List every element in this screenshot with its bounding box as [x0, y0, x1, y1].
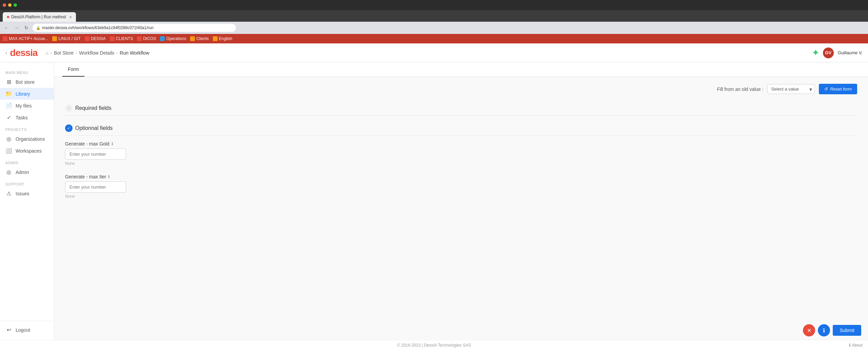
bookmark-label: Operations: [166, 36, 186, 41]
bookmark-linux[interactable]: LINUX / GIT: [52, 36, 80, 41]
bookmark-label: CLIENTS: [116, 36, 133, 41]
bookmark-maxactif[interactable]: MAX ACTIF+ Accue...: [3, 36, 48, 41]
admin-icon: ◎: [5, 169, 12, 175]
about-label: About: [852, 343, 863, 348]
bottom-actions: ✕ ℹ Submit: [803, 324, 861, 336]
bookmark-clients[interactable]: CLIENTS: [110, 36, 133, 41]
library-icon: 📁: [5, 91, 12, 97]
footer-about[interactable]: ℹ About: [849, 343, 863, 348]
main-menu-label: Main menu: [0, 66, 54, 76]
tab-form[interactable]: Form: [62, 62, 84, 77]
bookmark-favicon: [190, 36, 195, 41]
green-icon: ✦: [812, 48, 819, 58]
bookmark-favicon: [110, 36, 115, 41]
logout-icon: ↩: [5, 327, 12, 333]
field-max-iter-input[interactable]: [65, 181, 126, 193]
tab-close-button[interactable]: ✕: [69, 15, 72, 19]
bookmark-operations[interactable]: Operations: [160, 36, 186, 41]
home-icon[interactable]: ⌂: [46, 50, 48, 56]
back-button[interactable]: ←: [3, 24, 10, 31]
reload-button[interactable]: ↻: [23, 24, 30, 31]
organizations-icon: ◎: [5, 136, 12, 142]
page-area: Form Fill from an old value : Select a v…: [54, 62, 868, 340]
nav-back-button[interactable]: ‹: [5, 50, 7, 56]
app-header-right: ✦ GV Guillaume V.: [812, 47, 863, 58]
select-value-dropdown[interactable]: Select a value: [767, 84, 815, 94]
sidebar-item-botstore[interactable]: ⊞ Bot store: [0, 76, 54, 88]
bookmark-label: English: [219, 36, 232, 41]
fill-row: Fill from an old value : Select a value …: [65, 84, 857, 94]
sidebar-logout-label: Logout: [16, 327, 30, 333]
forward-button[interactable]: →: [13, 24, 20, 31]
field-max-iter-info-icon[interactable]: ℹ: [108, 174, 110, 179]
botstore-icon: ⊞: [5, 79, 12, 85]
sidebar-organizations-label: Organizations: [16, 136, 45, 142]
field-max-gold-info-icon[interactable]: ℹ: [112, 141, 113, 146]
sidebar-item-organizations[interactable]: ◎ Organizations: [0, 133, 54, 145]
optional-section-header: ✓ Optionnal fields: [65, 121, 857, 136]
field-max-gold-hint: None: [65, 161, 857, 166]
bookmark-label: DICOS: [143, 36, 156, 41]
bookmark-dicos[interactable]: DICOS: [137, 36, 156, 41]
breadcrumb-botstore[interactable]: Bot Store: [54, 50, 74, 56]
info-button[interactable]: ℹ: [818, 324, 830, 336]
breadcrumb: ⌂ › Bot Store › Workflow Details › Run W…: [46, 50, 149, 56]
tab-title: DessIA Platform | Run method: [11, 15, 66, 19]
required-section-title: Required fields: [75, 105, 112, 111]
bookmark-label: MAX ACTIF+ Accue...: [9, 36, 48, 41]
bookmark-favicon: [213, 36, 218, 41]
field-max-gold: Generate - max Gold ℹ None: [65, 141, 857, 166]
app-header: ‹ dessia ⌂ › Bot Store › Workflow Detail…: [0, 43, 868, 62]
bookmark-favicon: [3, 36, 7, 41]
sidebar-tasks-label: Tasks: [16, 115, 28, 120]
bookmark-dessia[interactable]: DESSIA: [85, 36, 106, 41]
sidebar-issues-label: Issues: [16, 191, 29, 196]
field-max-iter-hint: None: [65, 194, 857, 199]
bookmark-favicon: [85, 36, 89, 41]
breadcrumb-sep: ›: [51, 51, 52, 55]
reset-form-button[interactable]: ↺ Reset form: [819, 84, 857, 94]
info-icon: ℹ: [823, 327, 825, 334]
sidebar-item-admin[interactable]: ◎ Admin: [0, 166, 54, 178]
breadcrumb-run-workflow: Run Workflow: [120, 50, 149, 56]
lock-icon: 🔒: [36, 26, 41, 30]
optional-section-title: Optionnal fields: [75, 125, 113, 131]
tab-favicon: ■: [7, 15, 9, 19]
fill-label: Fill from an old value :: [717, 86, 763, 92]
sidebar-library-label: Library: [16, 91, 30, 97]
dessia-logo: dessia: [10, 47, 37, 58]
url-text: master.dessia.ovh/workflows/63eb9a1c94f0…: [42, 25, 154, 30]
bookmark-label: DESSIA: [91, 36, 106, 41]
bookmark-clients2[interactable]: Clients: [190, 36, 209, 41]
tasks-icon: ✓: [5, 114, 12, 121]
breadcrumb-sep2: ›: [76, 51, 77, 55]
sidebar-myfiles-label: My files: [16, 103, 32, 109]
browser-tab[interactable]: ■ DessIA Platform | Run method ✕: [3, 12, 76, 22]
cancel-button[interactable]: ✕: [803, 324, 815, 336]
bookmark-favicon: [137, 36, 142, 41]
bookmarks-bar: MAX ACTIF+ Accue... LINUX / GIT DESSIA C…: [0, 34, 868, 43]
sidebar-item-library[interactable]: 📁 Library: [0, 88, 54, 100]
field-max-iter-label: Generate - max Iter ℹ: [65, 174, 857, 179]
sidebar-item-myfiles[interactable]: 📄 My files: [0, 100, 54, 112]
field-max-gold-label: Generate - max Gold ℹ: [65, 141, 857, 147]
user-name: Guillaume V.: [838, 50, 863, 55]
tabs-bar: Form: [54, 62, 868, 77]
sidebar-item-tasks[interactable]: ✓ Tasks: [0, 112, 54, 123]
bookmark-english[interactable]: English: [213, 36, 232, 41]
field-max-gold-text: Generate - max Gold: [65, 141, 109, 147]
support-label: Support: [0, 178, 54, 188]
submit-button[interactable]: Submit: [833, 325, 861, 336]
user-avatar: GV: [823, 47, 834, 58]
admin-label: Admin: [0, 157, 54, 166]
bookmark-favicon: [160, 36, 165, 41]
address-bar[interactable]: 🔒 master.dessia.ovh/workflows/63eb9a1c94…: [33, 24, 236, 32]
required-section-header: ○ Required fields: [65, 101, 857, 116]
sidebar-item-issues[interactable]: ⚠ Issues: [0, 188, 54, 199]
breadcrumb-sep3: ›: [116, 51, 118, 55]
sidebar-item-logout[interactable]: ↩ Logout: [0, 324, 54, 336]
sidebar-item-workspaces[interactable]: ⬜ Workspaces: [0, 145, 54, 157]
breadcrumb-workflow-details[interactable]: Workflow Details: [79, 50, 114, 56]
form-content: Fill from an old value : Select a value …: [54, 77, 868, 214]
field-max-gold-input[interactable]: [65, 149, 126, 160]
